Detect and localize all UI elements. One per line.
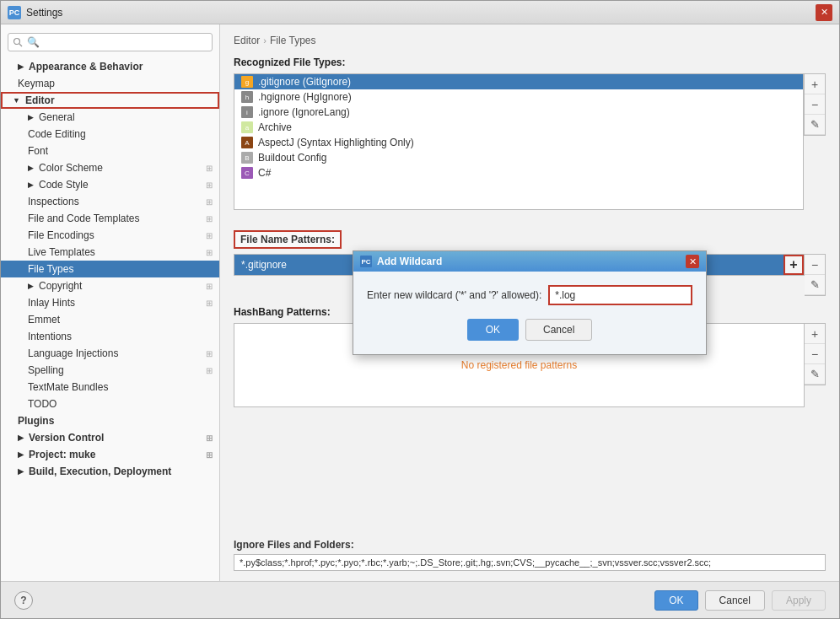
sidebar-item-label: File Encodings <box>28 229 94 241</box>
arrow-icon: ▶ <box>28 180 34 189</box>
badge-icon: ⊞ <box>206 349 213 358</box>
sidebar-item-label: Live Templates <box>28 246 95 258</box>
add-wildcard-dialog: PC Add Wildcard ✕ Enter new wildcard ('*… <box>353 250 707 355</box>
sidebar-item-label: Editor <box>25 94 55 106</box>
sidebar-item-label: Plugins <box>18 415 54 427</box>
dialog-title: PC Add Wildcard <box>360 256 442 267</box>
sidebar-item-textmate-bundles[interactable]: TextMate Bundles <box>1 379 219 396</box>
badge-icon: ⊞ <box>206 180 213 190</box>
settings-window: PC Settings ✕ ▶ Appearance & Behavior Ke… <box>0 0 840 619</box>
app-icon: PC <box>8 6 21 19</box>
dialog-overlay: PC Add Wildcard ✕ Enter new wildcard ('*… <box>220 24 839 581</box>
footer-right: OK Cancel Apply <box>654 590 826 611</box>
sidebar-item-label: Intentions <box>28 331 72 342</box>
arrow-icon: ▶ <box>28 282 34 290</box>
sidebar-item-label: TODO <box>28 398 57 410</box>
sidebar-item-color-scheme[interactable]: ▶ Color Scheme ⊞ <box>1 159 219 176</box>
sidebar-item-todo[interactable]: TODO <box>1 396 219 412</box>
sidebar-item-language-injections[interactable]: Language Injections ⊞ <box>1 345 219 362</box>
cancel-button[interactable]: Cancel <box>705 590 765 611</box>
dialog-body: Enter new wildcard ('*' and '?' allowed)… <box>353 272 706 354</box>
sidebar-item-build-execution[interactable]: ▶ Build, Execution, Deployment <box>1 463 219 480</box>
search-box <box>8 33 213 51</box>
titlebar: PC Settings ✕ <box>1 1 839 24</box>
badge-icon: ⊞ <box>206 197 213 207</box>
sidebar: ▶ Appearance & Behavior Keymap ▼ Editor … <box>1 24 220 581</box>
badge-icon: ⊞ <box>206 366 213 375</box>
sidebar-item-label: General <box>39 111 75 123</box>
ok-button[interactable]: OK <box>654 590 697 611</box>
arrow-icon: ▶ <box>18 62 24 71</box>
sidebar-item-version-control[interactable]: ▶ Version Control ⊞ <box>1 429 219 446</box>
content-area: ▶ Appearance & Behavior Keymap ▼ Editor … <box>1 24 839 581</box>
dialog-title-label: Add Wildcard <box>377 256 442 267</box>
sidebar-item-label: TextMate Bundles <box>28 381 108 393</box>
sidebar-item-appearance[interactable]: ▶ Appearance & Behavior <box>1 58 219 75</box>
badge-icon: ⊞ <box>206 299 213 308</box>
badge-icon: ⊞ <box>206 282 213 291</box>
titlebar-left: PC Settings <box>8 6 62 19</box>
sidebar-item-font[interactable]: Font <box>1 143 219 159</box>
arrow-icon: ▶ <box>28 113 34 121</box>
dialog-field-row: Enter new wildcard ('*' and '?' allowed)… <box>367 285 692 305</box>
dialog-icon: PC <box>360 256 372 267</box>
badge-icon: ⊞ <box>206 433 213 443</box>
sidebar-item-label: Build, Execution, Deployment <box>29 466 171 477</box>
sidebar-item-code-style[interactable]: ▶ Code Style ⊞ <box>1 176 219 193</box>
help-button[interactable]: ? <box>14 591 33 610</box>
sidebar-item-label: Code Style <box>39 179 89 191</box>
dialog-ok-button[interactable]: OK <box>467 319 519 341</box>
sidebar-item-label: Emmet <box>28 314 60 326</box>
sidebar-item-label: Copyright <box>39 280 82 292</box>
main-panel: Editor › File Types Recognized File Type… <box>220 24 839 581</box>
badge-icon: ⊞ <box>206 450 213 460</box>
badge-icon: ⊞ <box>206 231 213 240</box>
window-title: Settings <box>26 7 62 19</box>
sidebar-item-label: Appearance & Behavior <box>29 61 143 73</box>
sidebar-item-copyright[interactable]: ▶ Copyright ⊞ <box>1 277 219 294</box>
sidebar-item-label: Project: muke <box>29 449 95 460</box>
arrow-icon: ▶ <box>18 467 24 476</box>
dialog-buttons: OK Cancel <box>367 319 692 341</box>
sidebar-item-keymap[interactable]: Keymap <box>1 75 219 92</box>
sidebar-item-live-templates[interactable]: Live Templates ⊞ <box>1 244 219 261</box>
sidebar-item-project-muke[interactable]: ▶ Project: muke ⊞ <box>1 446 219 463</box>
arrow-icon: ▶ <box>18 433 24 442</box>
sidebar-item-label: Inspections <box>28 196 79 207</box>
sidebar-item-general[interactable]: ▶ General <box>1 109 219 126</box>
arrow-icon: ▶ <box>28 164 34 172</box>
sidebar-item-label: File Types <box>28 263 73 275</box>
sidebar-item-intentions[interactable]: Intentions <box>1 328 219 345</box>
sidebar-item-file-types[interactable]: File Types <box>1 261 219 277</box>
footer: ? OK Cancel Apply <box>1 581 839 618</box>
dialog-titlebar: PC Add Wildcard ✕ <box>353 251 706 272</box>
dialog-wildcard-input[interactable] <box>548 285 692 305</box>
close-button[interactable]: ✕ <box>816 4 832 21</box>
sidebar-item-file-code-templates[interactable]: File and Code Templates ⊞ <box>1 210 219 227</box>
sidebar-item-inspections[interactable]: Inspections ⊞ <box>1 193 219 210</box>
sidebar-item-label: Version Control <box>29 432 104 444</box>
sidebar-item-label: Font <box>28 145 48 157</box>
sidebar-item-label: Code Editing <box>28 128 86 140</box>
sidebar-item-label: File and Code Templates <box>28 213 140 224</box>
apply-button[interactable]: Apply <box>772 590 826 611</box>
sidebar-item-spelling[interactable]: Spelling ⊞ <box>1 362 219 379</box>
sidebar-item-inlay-hints[interactable]: Inlay Hints ⊞ <box>1 294 219 311</box>
badge-icon: ⊞ <box>206 248 213 257</box>
arrow-icon: ▶ <box>18 450 24 459</box>
sidebar-item-code-editing[interactable]: Code Editing <box>1 126 219 143</box>
dialog-cancel-button[interactable]: Cancel <box>525 319 592 341</box>
arrow-icon: ▼ <box>13 96 20 105</box>
badge-icon: ⊞ <box>206 164 213 173</box>
sidebar-item-file-encodings[interactable]: File Encodings ⊞ <box>1 227 219 244</box>
search-input[interactable] <box>8 33 213 51</box>
sidebar-item-emmet[interactable]: Emmet <box>1 311 219 328</box>
footer-left: ? <box>14 591 33 610</box>
sidebar-item-label: Spelling <box>28 364 64 376</box>
dialog-close-button[interactable]: ✕ <box>686 255 699 268</box>
dialog-field-label: Enter new wildcard ('*' and '?' allowed)… <box>367 289 541 301</box>
sidebar-item-plugins[interactable]: Plugins <box>1 412 219 429</box>
sidebar-item-label: Language Injections <box>28 347 118 359</box>
badge-icon: ⊞ <box>206 214 213 223</box>
sidebar-item-editor[interactable]: ▼ Editor <box>1 92 219 109</box>
